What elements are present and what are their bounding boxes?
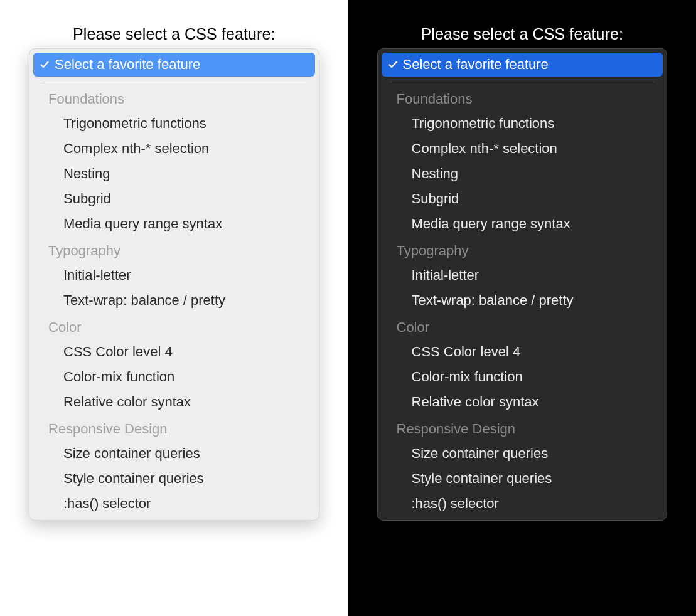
option-group: Foundations Trigonometric functions Comp… (382, 85, 663, 236)
group-title: Typography (33, 239, 315, 263)
option-item[interactable]: Style container queries (33, 466, 315, 491)
option-item[interactable]: Media query range syntax (382, 211, 663, 236)
option-group: Typography Initial-letter Text-wrap: bal… (33, 236, 315, 313)
option-item[interactable]: Trigonometric functions (33, 111, 315, 136)
selected-option[interactable]: Select a favorite feature (33, 53, 315, 77)
option-item[interactable]: Relative color syntax (33, 390, 315, 415)
option-item[interactable]: Size container queries (33, 441, 315, 466)
dark-mode-pane: Please select a CSS feature: Select a fa… (348, 0, 697, 616)
selected-option[interactable]: Select a favorite feature (382, 53, 663, 77)
selected-option-label: Select a favorite feature (55, 56, 200, 73)
option-group: Color CSS Color level 4 Color-mix functi… (33, 313, 315, 415)
option-group: Foundations Trigonometric functions Comp… (33, 85, 315, 236)
light-mode-pane: Please select a CSS feature: Select a fa… (0, 0, 348, 616)
prompt-label: Please select a CSS feature: (29, 25, 319, 43)
option-item[interactable]: CSS Color level 4 (33, 339, 315, 364)
option-item[interactable]: Initial-letter (382, 263, 663, 288)
option-item[interactable]: :has() selector (382, 491, 663, 516)
option-item[interactable]: :has() selector (33, 491, 315, 516)
option-item[interactable]: Relative color syntax (382, 390, 663, 415)
option-group: Responsive Design Size container queries… (382, 415, 663, 516)
option-item[interactable]: Color-mix function (33, 364, 315, 390)
option-group: Color CSS Color level 4 Color-mix functi… (382, 313, 663, 415)
option-item[interactable]: Text-wrap: balance / pretty (382, 288, 663, 313)
option-item[interactable]: Initial-letter (33, 263, 315, 288)
option-item[interactable]: Color-mix function (382, 364, 663, 390)
group-title: Color (382, 316, 663, 339)
group-title: Foundations (382, 87, 663, 111)
selected-option-label: Select a favorite feature (403, 56, 549, 73)
divider (390, 82, 655, 82)
group-title: Typography (382, 239, 663, 263)
option-item[interactable]: Trigonometric functions (382, 111, 663, 136)
group-title: Color (33, 316, 315, 339)
option-item[interactable]: Size container queries (382, 441, 663, 466)
option-item[interactable]: Nesting (382, 161, 663, 186)
option-item[interactable]: Complex nth-* selection (382, 136, 663, 161)
group-title: Responsive Design (382, 417, 663, 441)
group-title: Responsive Design (33, 417, 315, 441)
option-item[interactable]: CSS Color level 4 (382, 339, 663, 364)
divider (42, 82, 306, 82)
option-item[interactable]: Nesting (33, 161, 315, 186)
option-group: Responsive Design Size container queries… (33, 415, 315, 516)
select-dropdown[interactable]: Select a favorite feature Foundations Tr… (29, 48, 319, 521)
option-item[interactable]: Style container queries (382, 466, 663, 491)
option-item[interactable]: Text-wrap: balance / pretty (33, 288, 315, 313)
select-dropdown[interactable]: Select a favorite feature Foundations Tr… (377, 48, 668, 521)
option-item[interactable]: Subgrid (33, 186, 315, 211)
option-item[interactable]: Media query range syntax (33, 211, 315, 236)
check-icon (388, 60, 398, 70)
option-group: Typography Initial-letter Text-wrap: bal… (382, 236, 663, 313)
option-item[interactable]: Subgrid (382, 186, 663, 211)
check-icon (40, 60, 50, 70)
option-item[interactable]: Complex nth-* selection (33, 136, 315, 161)
group-title: Foundations (33, 87, 315, 111)
prompt-label: Please select a CSS feature: (377, 25, 668, 43)
